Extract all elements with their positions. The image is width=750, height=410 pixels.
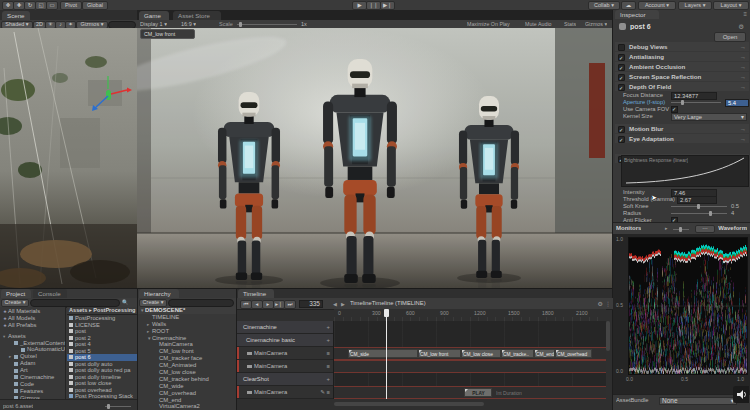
timeline-track-header[interactable]: MainCamera✎ ≡ xyxy=(237,386,333,399)
timeline-track-header[interactable]: ClearShot+ xyxy=(237,373,333,386)
folder-item[interactable]: _ExternalContent xyxy=(0,340,65,347)
effect-section-header[interactable]: Ambient Occlusion→ xyxy=(615,62,749,71)
cloud-icon[interactable]: ☁ xyxy=(621,1,636,10)
tab-game[interactable]: Game xyxy=(139,11,169,20)
folder-item[interactable]: Art xyxy=(0,367,65,374)
breadcrumb[interactable]: Assets ▸ PostProcessing xyxy=(67,307,137,315)
timeline-hscrollbar[interactable] xyxy=(334,402,484,406)
favorite-item[interactable]: ★All Materials xyxy=(0,308,65,315)
hierarchy-item[interactable]: CM_low front xyxy=(138,348,237,355)
effect-checkbox[interactable] xyxy=(618,54,625,61)
hierarchy-item[interactable]: MainCamera xyxy=(138,341,237,348)
timeline-track-header[interactable]: Cinemachine+ xyxy=(237,321,333,334)
effect-checkbox[interactable] xyxy=(618,136,625,143)
rect-tool-icon[interactable]: ▭ xyxy=(46,1,58,10)
monitors-play-icon[interactable]: ▸ xyxy=(665,225,668,231)
folder-item[interactable]: Cinemachine xyxy=(0,374,65,381)
cinemachine-clip[interactable]: CM_low front xyxy=(418,349,461,358)
space-toggle[interactable]: Global xyxy=(82,1,108,10)
radius-row[interactable]: Radius 4 xyxy=(615,210,749,217)
cinemachine-clip[interactable]: CM_side xyxy=(348,349,418,358)
game-gizmos-dropdown[interactable]: Gizmos ▾ xyxy=(585,21,607,27)
timeline-vscrollbar[interactable] xyxy=(606,321,610,351)
timeline-menu-icon[interactable]: ⋮ xyxy=(605,300,611,307)
tab-asset-store[interactable]: Asset Store xyxy=(173,11,221,20)
dof-checkbox[interactable] xyxy=(618,84,625,91)
intensity-row[interactable]: Intensity7.46 xyxy=(615,189,749,196)
inspector-menu-icon[interactable]: ≡ xyxy=(743,11,747,17)
hierarchy-item[interactable]: CM_end xyxy=(138,397,237,404)
collab-dropdown[interactable]: Collab ▾ xyxy=(588,1,620,10)
hierarchy-item[interactable]: CM_tracker face xyxy=(138,355,237,362)
timeline-settings-icon[interactable]: ⚙ xyxy=(598,300,603,307)
layers-dropdown[interactable]: Layers ▾ xyxy=(678,1,712,10)
dof-section-header[interactable]: Depth Of Field→ xyxy=(615,82,749,91)
scale-slider[interactable] xyxy=(237,24,297,25)
monitors-slider[interactable] xyxy=(673,229,689,230)
fov-checkbox[interactable] xyxy=(671,106,678,113)
effect-section-header[interactable]: Eye Adaptation→ xyxy=(615,134,749,143)
effect-section-header[interactable]: Debug Views→ xyxy=(615,42,749,51)
play-button[interactable]: ▶ xyxy=(352,1,367,10)
kernel-size-dropdown[interactable]: Very Large ▾ xyxy=(671,113,747,121)
effect-checkbox[interactable] xyxy=(618,44,625,51)
tab-timeline[interactable]: Timeline xyxy=(238,289,274,298)
tab-project[interactable]: Project xyxy=(1,289,31,298)
cinemachine-clip[interactable]: CM_tracke.. xyxy=(501,349,534,358)
aspect-dropdown[interactable]: 16:9 ▾ xyxy=(181,21,196,27)
effect-section-header[interactable]: Screen Space Reflection→ xyxy=(615,72,749,81)
display-dropdown[interactable]: Display 1 ▾ xyxy=(140,21,167,27)
frame-field[interactable]: 335 xyxy=(299,300,323,308)
timeline-track-header[interactable]: MainCamera≡ xyxy=(237,347,333,360)
effect-checkbox[interactable] xyxy=(618,74,625,81)
folder-item[interactable]: NoAutomaticUpgrade xyxy=(0,346,65,353)
hierarchy-item[interactable]: CM_Animated xyxy=(138,362,237,369)
effect-checkbox[interactable] xyxy=(618,64,625,71)
open-button[interactable]: Open xyxy=(714,32,746,42)
radius-slider[interactable] xyxy=(671,213,727,214)
hierarchy-item[interactable]: CM_tracker behind xyxy=(138,376,237,383)
effect-checkbox[interactable] xyxy=(618,126,625,133)
hierarchy-search-input[interactable] xyxy=(168,299,234,307)
assets-root[interactable]: ▾Assets xyxy=(0,333,65,340)
kernel-size-row[interactable]: Kernel Size Very Large ▾ xyxy=(615,113,749,122)
cinemachine-clip[interactable]: CM_end xyxy=(534,349,555,358)
monitors-options[interactable]: ⋯ xyxy=(695,225,715,233)
hierarchy-item[interactable]: ▸ROOT xyxy=(138,328,237,335)
soft-knee-slider[interactable] xyxy=(671,206,727,207)
hierarchy-item[interactable]: ▸Walls xyxy=(138,321,237,328)
hierarchy-item[interactable]: ▼Cinemachine xyxy=(138,335,237,342)
pivot-toggle[interactable]: Pivot xyxy=(60,1,82,10)
hierarchy-item[interactable]: CM_wide xyxy=(138,383,237,390)
hierarchy-item[interactable]: CM_overhead xyxy=(138,390,237,397)
maximize-on-play-toggle[interactable]: Maximize On Play xyxy=(467,21,510,27)
assetbundle-dropdown[interactable]: None ▾ xyxy=(659,397,737,405)
account-dropdown[interactable]: Account ▾ xyxy=(638,1,676,10)
folder-item[interactable]: Features xyxy=(0,388,65,395)
hierarchy-item[interactable]: ▼DEMOSCENE* xyxy=(138,307,237,314)
game-viewport[interactable] xyxy=(137,28,612,288)
layout-dropdown[interactable]: Layout ▾ xyxy=(713,1,749,10)
scene-viewport[interactable] xyxy=(0,28,137,288)
tab-inspector[interactable]: Inspector xyxy=(615,10,659,19)
effect-section-header[interactable]: Antialiasing→ xyxy=(615,52,749,61)
aperture-slider[interactable] xyxy=(671,102,721,103)
folder-item[interactable]: ▸Quixel xyxy=(0,353,65,360)
folder-item[interactable]: Code xyxy=(0,381,65,388)
folder-item[interactable]: Adam xyxy=(0,360,65,367)
project-create-dropdown[interactable]: Create ▾ xyxy=(1,299,29,307)
cinemachine-clip[interactable]: CM_low close xyxy=(461,349,501,358)
effect-section-header[interactable]: Motion Blur→ xyxy=(615,124,749,133)
tab-hierarchy[interactable]: Hierarchy xyxy=(139,289,179,298)
soft-knee-row[interactable]: Soft Knee 0.5 xyxy=(615,203,749,210)
next-timeline-icon[interactable]: ▶ xyxy=(341,301,345,307)
pause-button[interactable]: ❘❘ xyxy=(366,1,381,10)
tab-scene[interactable]: Scene xyxy=(2,11,30,20)
thumbnail-size-slider[interactable] xyxy=(105,406,131,407)
timeline-track-header[interactable]: Cinemachine basic+ xyxy=(237,334,333,347)
aperture-row[interactable]: Aperture (f-stop) 5.4 xyxy=(615,99,749,106)
hierarchy-create-dropdown[interactable]: Create ▾ xyxy=(139,299,167,307)
mute-audio-toggle[interactable]: Mute Audio xyxy=(525,21,552,27)
bloom-curve-panel[interactable]: Brightness Response (linear) xyxy=(621,155,749,187)
tab-console[interactable]: Console xyxy=(33,289,67,298)
